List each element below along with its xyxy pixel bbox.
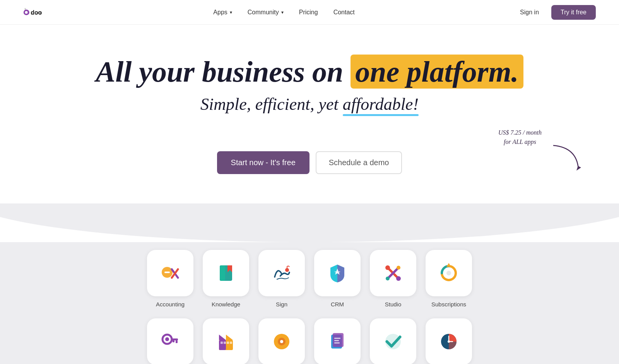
app-accounting[interactable]: Accounting <box>147 250 193 308</box>
app-studio-label: Studio <box>385 301 402 308</box>
app-knowledge-label: Knowledge <box>212 301 240 308</box>
app-project[interactable]: Project <box>370 318 416 364</box>
chevron-down-icon: ▾ <box>281 10 284 15</box>
svg-point-8 <box>0 203 619 242</box>
svg-point-25 <box>446 271 451 275</box>
svg-marker-33 <box>219 335 226 340</box>
app-studio[interactable]: Studio <box>370 250 416 308</box>
svg-text:doo: doo <box>31 9 42 15</box>
nav-apps[interactable]: Apps ▾ <box>207 6 238 19</box>
app-crm-label: CRM <box>331 301 344 308</box>
nav-menu: Apps ▾ Community ▾ Pricing Contact <box>207 6 361 19</box>
price-annotation: US$ 7.25 / month for ALL apps <box>498 128 573 147</box>
nav-actions: Sign in Try it free <box>514 5 596 20</box>
nav-contact[interactable]: Contact <box>327 6 361 19</box>
svg-point-21 <box>396 276 401 281</box>
svg-rect-10 <box>164 272 170 273</box>
app-sign-label: Sign <box>276 301 287 308</box>
apps-row-2: Rental <box>0 318 619 364</box>
sign-in-button[interactable]: Sign in <box>514 6 545 19</box>
svg-rect-29 <box>176 340 178 343</box>
logo[interactable]: doo o doo <box>23 6 54 19</box>
app-sign[interactable]: Sign <box>258 250 305 308</box>
svg-rect-35 <box>221 342 223 344</box>
svg-point-20 <box>385 265 390 270</box>
svg-rect-32 <box>219 340 226 350</box>
app-subscriptions[interactable]: Subscriptions <box>426 250 472 308</box>
hero-section: All your business on one platform. Simpl… <box>0 25 619 203</box>
app-timesheets[interactable]: Timesheets <box>426 318 472 364</box>
svg-marker-34 <box>226 335 233 340</box>
nav-community[interactable]: Community ▾ <box>241 6 290 19</box>
svg-point-23 <box>386 277 390 280</box>
svg-rect-36 <box>224 342 226 344</box>
hero-subtitle: Simple, efficient, yet affordable! <box>200 94 419 114</box>
svg-rect-30 <box>173 340 174 342</box>
apps-section: Accounting Knowledge <box>0 203 619 364</box>
app-rental[interactable]: Rental <box>147 318 193 364</box>
svg-rect-44 <box>334 338 340 339</box>
chevron-down-icon: ▾ <box>230 10 232 15</box>
svg-rect-14 <box>220 265 225 281</box>
svg-point-41 <box>280 340 283 343</box>
app-knowledge[interactable]: Knowledge <box>203 250 249 308</box>
svg-marker-24 <box>446 263 451 267</box>
arrow-icon <box>549 144 584 174</box>
schedule-demo-button[interactable]: Schedule a demo <box>316 151 402 174</box>
try-free-button[interactable]: Try it free <box>551 5 596 20</box>
app-accounting-label: Accounting <box>156 301 185 308</box>
svg-marker-7 <box>576 166 581 171</box>
svg-rect-45 <box>334 340 339 341</box>
app-documents[interactable]: Documents <box>314 318 361 364</box>
svg-rect-37 <box>227 342 229 344</box>
svg-point-27 <box>165 337 169 341</box>
svg-rect-46 <box>334 342 340 343</box>
svg-point-22 <box>397 266 400 270</box>
navbar: doo o doo Apps ▾ Community ▾ Pricing Con… <box>0 0 619 25</box>
start-now-button[interactable]: Start now - It's free <box>217 151 310 174</box>
apps-row-1: Accounting Knowledge <box>0 250 619 308</box>
svg-rect-38 <box>230 342 232 344</box>
hero-buttons: Start now - It's free Schedule a demo US… <box>8 151 611 174</box>
svg-point-16 <box>285 268 289 272</box>
app-discuss[interactable]: Discuss <box>258 318 305 364</box>
app-subscriptions-label: Subscriptions <box>431 301 466 308</box>
hero-title: All your business on one platform. <box>8 56 611 88</box>
app-pos[interactable]: Point of Sale <box>203 318 249 364</box>
svg-rect-28 <box>171 338 178 340</box>
nav-pricing[interactable]: Pricing <box>293 6 324 19</box>
svg-point-5 <box>25 11 27 14</box>
app-crm[interactable]: CRM <box>314 250 361 308</box>
